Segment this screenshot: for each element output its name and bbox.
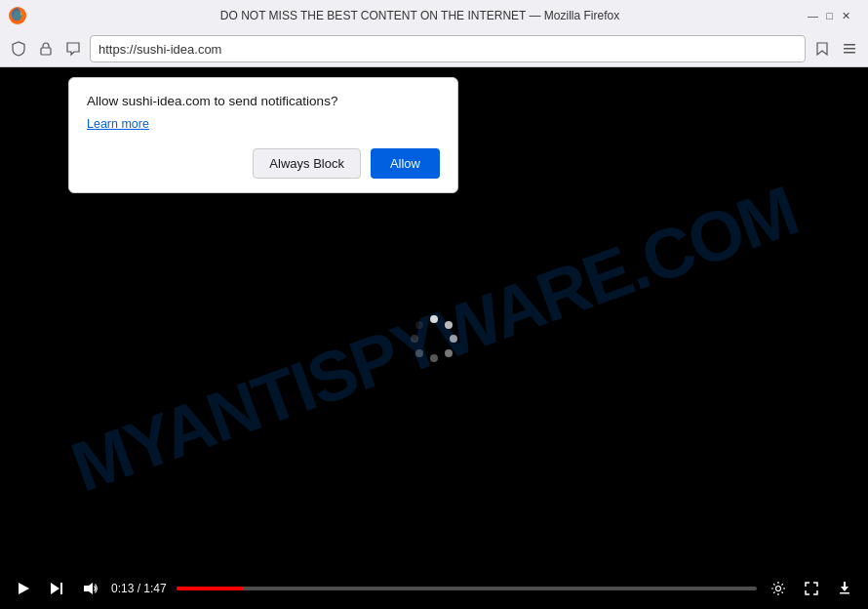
- minimize-button[interactable]: —: [807, 10, 819, 22]
- chat-icon: [62, 38, 84, 60]
- notification-popup: Allow sushi-idea.com to send notificatio…: [68, 77, 458, 193]
- svg-marker-3: [817, 43, 827, 55]
- content-area: MYANTISPYWARE.COM Allow sushi-idea.com t…: [0, 67, 868, 609]
- svg-rect-9: [60, 583, 62, 594]
- skip-next-button[interactable]: [45, 577, 68, 600]
- popup-question: Allow sushi-idea.com to send notificatio…: [87, 94, 440, 108]
- popup-buttons: Always Block Allow: [87, 148, 440, 179]
- title-bar: DO NOT MISS THE BEST CONTENT ON THE INTE…: [0, 0, 868, 31]
- svg-rect-2: [41, 48, 51, 55]
- fullscreen-button[interactable]: [800, 577, 823, 600]
- address-bar[interactable]: https://sushi-idea.com: [90, 35, 806, 62]
- lock-icon: [35, 38, 57, 60]
- learn-more-link[interactable]: Learn more: [87, 117, 149, 131]
- time-display: 0:13 / 1:47: [111, 582, 167, 595]
- firefox-logo-icon: [8, 6, 27, 25]
- progress-bar-fill: [177, 587, 244, 590]
- shield-icon[interactable]: [8, 38, 29, 60]
- play-button[interactable]: [12, 577, 35, 600]
- always-block-button[interactable]: Always Block: [253, 148, 361, 179]
- right-controls: [767, 577, 856, 600]
- browser-chrome: DO NOT MISS THE BEST CONTENT ON THE INTE…: [0, 0, 868, 67]
- volume-button[interactable]: [78, 577, 101, 600]
- allow-button[interactable]: Allow: [371, 148, 440, 179]
- page-title: DO NOT MISS THE BEST CONTENT ON THE INTE…: [33, 9, 807, 22]
- bookmark-icon[interactable]: [811, 38, 833, 60]
- nav-bar: https://sushi-idea.com: [0, 31, 868, 66]
- url-text: https://sushi-idea.com: [99, 42, 221, 57]
- svg-rect-13: [840, 592, 849, 594]
- svg-rect-5: [844, 48, 855, 50]
- menu-icon[interactable]: [839, 38, 860, 60]
- settings-button[interactable]: [767, 577, 790, 600]
- svg-marker-10: [84, 583, 93, 594]
- svg-rect-4: [844, 44, 855, 46]
- progress-bar[interactable]: [177, 587, 757, 590]
- svg-marker-7: [19, 583, 29, 594]
- svg-marker-8: [51, 583, 59, 594]
- video-controls: 0:13 / 1:47: [0, 567, 868, 609]
- maximize-button[interactable]: □: [823, 10, 836, 22]
- svg-rect-14: [844, 582, 846, 589]
- close-button[interactable]: ✕: [840, 10, 852, 22]
- svg-point-11: [776, 587, 781, 591]
- svg-rect-6: [844, 52, 855, 54]
- window-controls: — □ ✕: [807, 10, 852, 22]
- loading-spinner: [411, 315, 457, 362]
- download-button[interactable]: [833, 577, 856, 600]
